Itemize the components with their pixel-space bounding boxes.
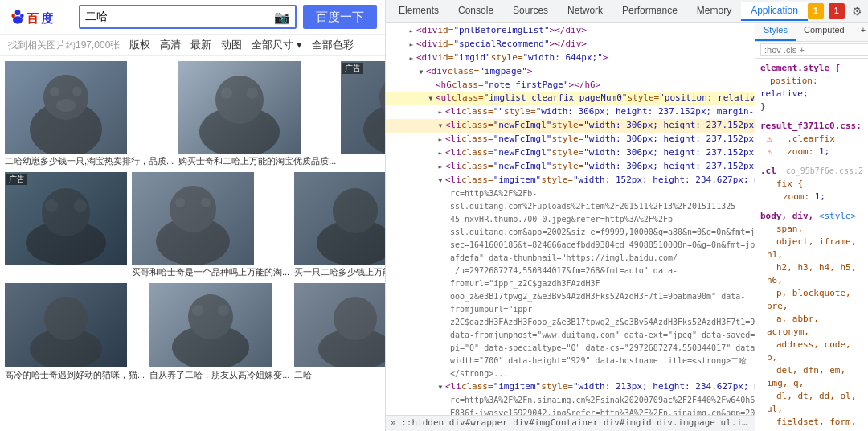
elem-line-1[interactable]: <div id="pnlBeforeImgList"></div> bbox=[386, 24, 755, 38]
image-item-5[interactable]: 买哥和哈士奇是一个品种吗上万能的淘... bbox=[132, 172, 289, 278]
tab-computed[interactable]: Computed bbox=[796, 23, 853, 41]
baidu-panel: 百 度 二哈 📷 百度一下 找到相关图片约197,000张 版权 高清 最新 动… bbox=[0, 0, 386, 431]
devtools-main: <div id="pnlBeforeImgList"></div> <div i… bbox=[386, 23, 868, 431]
styles-filter-input[interactable] bbox=[760, 43, 868, 56]
settings-icon[interactable]: ⚙ bbox=[850, 3, 866, 19]
tab-console[interactable]: Console bbox=[448, 2, 503, 21]
arrow[interactable] bbox=[407, 24, 416, 38]
attr: class= bbox=[452, 79, 484, 92]
elem-line-14[interactable]: <li class="imgitem" style="width: 213px;… bbox=[386, 380, 755, 394]
tab-elements[interactable]: Elements bbox=[389, 2, 448, 21]
attr: style= bbox=[541, 380, 573, 393]
elem-line-3[interactable]: <div id="imgid" style="width: 644px;"> bbox=[386, 51, 755, 65]
arrow[interactable] bbox=[407, 51, 416, 65]
elem-line-2[interactable]: <div id="specialRecommend"></div> bbox=[386, 38, 755, 51]
tab-styles[interactable]: Styles bbox=[755, 23, 796, 41]
attr: class= bbox=[461, 174, 493, 187]
svg-point-12 bbox=[215, 76, 264, 124]
arrow[interactable] bbox=[436, 119, 445, 133]
css-warning-icon: ⚠ bbox=[767, 133, 772, 144]
css-prop: address, code, b, bbox=[767, 339, 851, 363]
arrow[interactable] bbox=[416, 65, 426, 79]
arrow[interactable] bbox=[407, 38, 416, 51]
tag: ></div> bbox=[550, 24, 587, 37]
elements-panel: <div id="pnlBeforeImgList"></div> <div i… bbox=[386, 23, 755, 431]
nav-size[interactable]: 全部尺寸 ▾ bbox=[252, 38, 302, 52]
elements-content[interactable]: <div id="pnlBeforeImgList"></div> <div i… bbox=[386, 23, 755, 415]
tag: <div bbox=[416, 38, 438, 51]
elem-line-6[interactable]: <ul class="imglist clearfix pageNum0" st… bbox=[386, 92, 755, 105]
image-item-6[interactable]: 买一只二哈多少钱上万能的淘宝优质品质... bbox=[294, 172, 385, 278]
elem-line-11[interactable]: <li class="newFcImgl" style="width: 306p… bbox=[386, 160, 755, 174]
arrow[interactable] bbox=[426, 92, 436, 105]
svg-text:百: 百 bbox=[27, 12, 39, 25]
attr: style= bbox=[541, 174, 573, 187]
arrow[interactable] bbox=[436, 174, 445, 187]
search-box[interactable]: 二哈 📷 bbox=[79, 5, 297, 29]
tab-memory[interactable]: Memory bbox=[687, 2, 741, 21]
search-button[interactable]: 百度一下 bbox=[303, 5, 377, 29]
image-label-2: 购买士奇和二哈上万能的淘宝优质品质... bbox=[178, 155, 336, 167]
tag: > bbox=[603, 51, 608, 64]
arrow[interactable] bbox=[436, 133, 445, 146]
search-input[interactable]: 二哈 bbox=[85, 10, 274, 23]
nav-latest[interactable]: 最新 bbox=[190, 38, 211, 52]
css-fix: fix { bbox=[760, 178, 863, 191]
devtools-tabbar: Elements Console Sources Network Perform… bbox=[386, 0, 868, 23]
attr: style= bbox=[551, 133, 583, 146]
tab-sources[interactable]: Sources bbox=[503, 2, 558, 21]
attr: class= bbox=[461, 380, 493, 393]
image-item-9[interactable]: 二哈 bbox=[294, 283, 385, 381]
image-item-3[interactable]: 广告 bbox=[341, 61, 385, 167]
elem-line-10[interactable]: <li class="newFcImgl" style="width: 306p… bbox=[386, 146, 755, 160]
image-item-2[interactable]: 购买士奇和二哈上万能的淘宝优质品质... bbox=[178, 61, 336, 167]
tab-plus[interactable]: + bbox=[853, 23, 868, 41]
image-item-4[interactable]: 广告 bbox=[5, 172, 127, 278]
tab-network[interactable]: Network bbox=[558, 2, 612, 21]
css-rule-element-style: element.style { position: relative; } bbox=[760, 62, 863, 113]
css-selector: result_f3711c0.css: bbox=[760, 121, 862, 131]
css-body-dl: dl, dt, dd, ol, ul, bbox=[767, 390, 863, 416]
elem-line-7[interactable]: <li class="" style="width: 306px; height… bbox=[386, 105, 755, 119]
attr: style= bbox=[504, 105, 536, 118]
nav-hd[interactable]: 高清 bbox=[160, 38, 181, 52]
image-item-1[interactable]: 二哈幼崽多少钱一只,淘宝热卖排行，品质... bbox=[5, 61, 174, 167]
attr-val: "newFcImgl" bbox=[493, 146, 552, 159]
tab-performance[interactable]: Performance bbox=[612, 2, 687, 21]
nav-copyright[interactable]: 版权 bbox=[129, 38, 150, 52]
attr-val: "width: 152px; height: 234.627px; margin… bbox=[573, 174, 755, 187]
tag: > bbox=[527, 65, 533, 78]
css-selector: element.style { bbox=[760, 63, 840, 73]
css-prop: zoom: bbox=[777, 146, 819, 157]
elem-line-13[interactable]: rc=http%3A%2F%2Fb-ssl.duitang.com%2Fuplo… bbox=[386, 187, 739, 380]
arrow[interactable] bbox=[436, 160, 445, 174]
css-prop: position: bbox=[760, 76, 818, 86]
css-prop: a, abbr, acronym, bbox=[767, 314, 819, 337]
css-clearfix: ⚠ .clearfix bbox=[760, 133, 863, 146]
css-body-h: h2, h3, h4, h5, h6, bbox=[767, 261, 863, 287]
svg-text:度: 度 bbox=[40, 11, 54, 25]
elem-line-15[interactable]: rc=http%3A%2F%2Fn.sinaimg.cn%2Fsinak2020… bbox=[386, 394, 739, 415]
elem-line-5[interactable]: <h6 class="note firstPage"></h6> bbox=[386, 79, 755, 92]
elem-line-9[interactable]: <li class="newFcImgl" style="width: 306p… bbox=[386, 133, 755, 146]
nav-gif[interactable]: 动图 bbox=[221, 38, 242, 52]
arrow[interactable] bbox=[436, 105, 445, 119]
image-label-5: 买哥和哈士奇是一个品种吗上万能的淘... bbox=[132, 266, 289, 278]
elem-line-8[interactable]: <li class="newFcImgl" style="width: 306p… bbox=[386, 119, 755, 133]
svg-point-26 bbox=[333, 188, 378, 233]
image-item-8[interactable]: 自从养了二哈，朋友从高冷姐妹变... bbox=[149, 283, 289, 381]
arrow[interactable] bbox=[436, 146, 445, 160]
camera-icon[interactable]: 📷 bbox=[274, 9, 290, 25]
tab-application[interactable]: Application bbox=[741, 2, 808, 21]
arrow[interactable] bbox=[436, 380, 445, 394]
css-warning-icon-2: ⚠ bbox=[767, 146, 772, 157]
svg-point-30 bbox=[188, 294, 233, 339]
nav-color[interactable]: 全部色彩 bbox=[312, 38, 354, 52]
image-item-7[interactable]: 高冷的哈士奇遇到好动的猫咪，猫... bbox=[5, 283, 145, 381]
elem-line-4[interactable]: <div class="imgpage"> bbox=[386, 65, 755, 79]
image-row-1: 二哈幼崽多少钱一只,淘宝热卖排行，品质... 购买士奇和二哈上万能的淘宝优质品质… bbox=[5, 61, 380, 167]
attr-val: "imgid" bbox=[453, 51, 490, 64]
image-label-1: 二哈幼崽多少钱一只,淘宝热卖排行，品质... bbox=[5, 155, 174, 167]
elem-line-12[interactable]: <li class="imgitem" style="width: 152px;… bbox=[386, 174, 755, 187]
css-rule-header: element.style { bbox=[760, 62, 863, 75]
